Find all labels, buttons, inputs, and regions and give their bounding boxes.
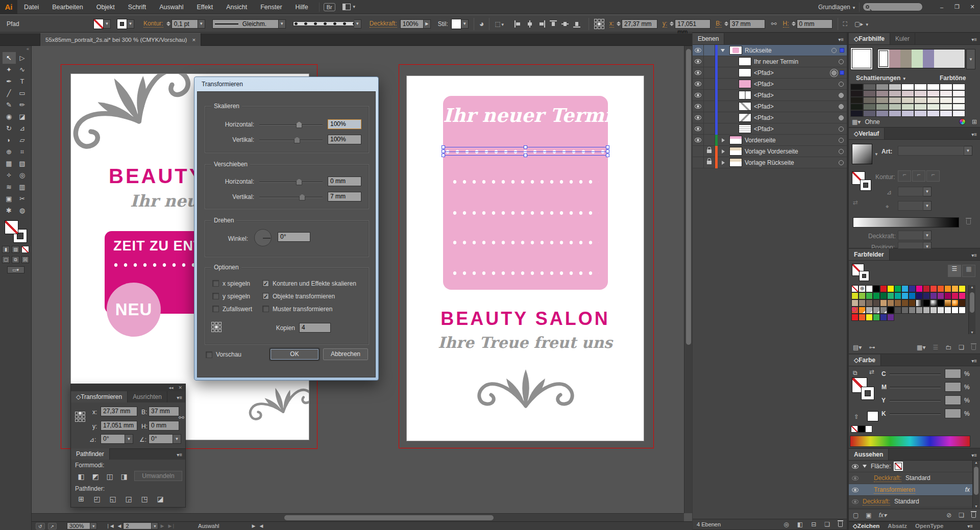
scale-vertical-field[interactable]: 100% (328, 135, 361, 144)
swatch[interactable] (951, 285, 959, 292)
canvas-area[interactable]: BEAUTY Ihr neuer ZEIT ZU ENT NEU Ihr neu… (32, 46, 684, 513)
swatch[interactable] (866, 307, 873, 314)
swatch[interactable] (909, 299, 916, 307)
status-scroll-right-icon[interactable]: ▶ (252, 523, 255, 528)
new-sublayer-icon[interactable]: ⊟ (811, 521, 816, 528)
option-checkbox-y-spiegeln[interactable]: ✓y spiegeln (212, 290, 262, 302)
outline-icon[interactable]: ◳ (138, 493, 151, 504)
y-position-link[interactable]: y: (663, 20, 667, 28)
layer-visibility-cell[interactable] (693, 112, 704, 123)
swatch[interactable] (859, 307, 866, 314)
variation-swatch[interactable] (863, 84, 876, 90)
y-position-field[interactable]: 17,051 mm (675, 19, 710, 29)
layer-visibility-cell[interactable] (693, 90, 704, 101)
workspace-switcher[interactable]: Grundlagen ▼ (818, 4, 856, 11)
variation-swatch[interactable] (952, 104, 965, 110)
gradient-type-dropdown-icon[interactable]: ▼ (964, 146, 972, 156)
selection-indicator[interactable] (840, 70, 844, 75)
expand-icon[interactable] (722, 138, 725, 142)
tab-aussehen[interactable]: Aussehen (849, 449, 889, 460)
harmony-swatch[interactable] (878, 49, 889, 68)
channel-field-m[interactable] (945, 382, 961, 392)
harmony-swatch[interactable] (889, 49, 900, 68)
duplicate-item-icon[interactable]: ❏ (959, 512, 964, 519)
preview-checkbox[interactable]: ✓Vorschau (206, 351, 241, 358)
shear-dropdown-icon[interactable]: ▼ (173, 434, 181, 444)
rotate-tool[interactable]: ↻ (3, 122, 16, 134)
tab-pathfinder[interactable]: Pathfinder (71, 448, 110, 460)
move-vertical-slider[interactable] (259, 197, 323, 198)
edit-colors-icon[interactable] (959, 118, 966, 125)
align-to-selection-icon[interactable]: ⬚▼ (495, 20, 504, 28)
swatch[interactable] (851, 292, 859, 299)
direct-selection-tool[interactable]: ▷ (16, 52, 29, 64)
tab-farbe[interactable]: ◇Farbe (849, 355, 881, 366)
swatch[interactable] (930, 307, 937, 314)
slice-tool[interactable]: ✂ (16, 193, 29, 205)
swatch[interactable] (894, 307, 901, 314)
swatch[interactable] (859, 299, 866, 307)
variation-swatch[interactable] (927, 84, 940, 90)
search-input[interactable] (863, 3, 923, 11)
swatch[interactable] (873, 292, 880, 299)
grid-view-button[interactable]: ▦ (962, 265, 975, 277)
align-left-icon[interactable] (513, 19, 523, 29)
swatch[interactable] (916, 292, 923, 299)
stroke-profile-dropdown-icon[interactable]: ▼ (279, 19, 286, 29)
intersect-icon[interactable]: ◫ (104, 471, 116, 482)
variation-swatch[interactable] (889, 84, 901, 90)
stroke-weight-dropdown-icon[interactable]: ▼ (198, 19, 205, 29)
x-position-field[interactable]: 27,37 mm (622, 19, 657, 29)
free-transform-tool[interactable]: ▱ (16, 134, 29, 146)
swatch[interactable] (901, 307, 909, 314)
visibility-icon[interactable] (852, 488, 859, 492)
layer-row--pfad-[interactable]: <Pfad> (693, 123, 847, 135)
panel-menu-icon[interactable]: ▾≡ (174, 393, 185, 402)
swatch[interactable] (951, 292, 959, 299)
layer-visibility-cell[interactable] (693, 79, 704, 90)
swatch[interactable] (866, 292, 873, 299)
panel-menu-icon[interactable]: ▾≡ (968, 356, 980, 366)
swatch[interactable] (880, 314, 887, 321)
brush-dropdown-icon[interactable]: ▼ (354, 19, 361, 29)
move-horizontal-slider[interactable] (259, 182, 323, 183)
selection-handle[interactable] (442, 145, 445, 149)
variation-swatch[interactable] (940, 84, 952, 90)
document-tab-close-icon[interactable]: × (192, 37, 195, 43)
zoom-tool[interactable]: ◍ (16, 205, 29, 216)
swatch[interactable] (959, 307, 966, 314)
crop-icon[interactable]: ◲ (122, 493, 135, 504)
trim-icon[interactable]: ◰ (91, 493, 103, 504)
shift-color-icon[interactable]: ⇧ (854, 413, 859, 420)
collapse-panel-icon[interactable]: ◂◂ (168, 385, 173, 390)
swatch-libraries-icon[interactable]: ▤▾ (853, 344, 862, 351)
selection-tool[interactable]: ↖ (3, 52, 16, 64)
stroke-weight-field[interactable]: 0,1 pt (172, 19, 198, 29)
swatch[interactable] (944, 285, 951, 292)
variation-swatch[interactable] (863, 97, 876, 104)
swatch[interactable] (851, 314, 859, 321)
fill-swatch[interactable] (895, 463, 902, 470)
hand-tool[interactable]: ✱ (3, 205, 16, 216)
color-spectrum-bar[interactable] (850, 436, 970, 447)
swatch[interactable] (887, 285, 894, 292)
layer-row-ihr-neuer-termin[interactable]: Ihr neuer Termin (693, 56, 847, 67)
fill-stroke-indicator[interactable] (5, 220, 27, 243)
variation-swatch[interactable] (952, 97, 965, 104)
type-tool[interactable]: T (16, 75, 29, 87)
align-bottom-icon[interactable] (572, 19, 582, 29)
gradient-opacity-field[interactable] (898, 231, 923, 240)
swatch[interactable] (873, 314, 880, 321)
shape-builder-tool[interactable]: ⊕ (3, 146, 16, 158)
variation-swatch[interactable] (927, 110, 940, 117)
swatch[interactable] (894, 285, 901, 292)
fill-dropdown-icon[interactable]: ▼ (104, 19, 111, 29)
variation-swatch[interactable] (901, 110, 914, 117)
color-themes-icon[interactable]: ⊶ (869, 344, 875, 351)
pencil-tool[interactable]: ✏ (16, 99, 29, 111)
swatch[interactable] (959, 299, 966, 307)
layer-twist-cell[interactable] (718, 49, 727, 52)
screen-mode-button[interactable]: ▭▾ (7, 266, 24, 273)
eyedropper-tool[interactable]: ✧ (3, 169, 16, 181)
swatch[interactable] (923, 307, 930, 314)
